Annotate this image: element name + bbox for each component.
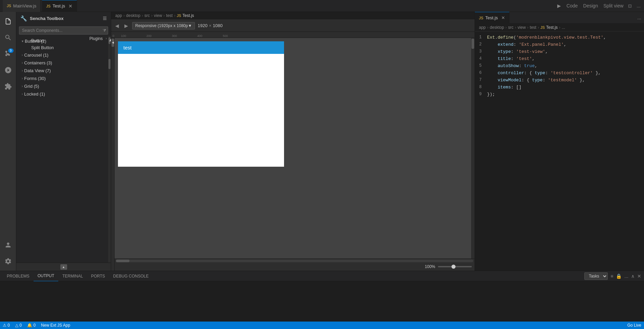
search-icon[interactable] — [1, 31, 15, 44]
warning-icon: △ — [15, 323, 18, 328]
sidebar-scroll-down-btn[interactable]: ▲ — [60, 264, 67, 270]
design-button[interactable]: Design — [583, 2, 599, 9]
more-actions-button[interactable]: ... — [636, 2, 641, 9]
breadcrumb-src: src — [144, 13, 150, 18]
files-icon[interactable] — [1, 15, 15, 28]
tab-test[interactable]: JS Test.js ✕ — [42, 0, 77, 12]
preview-next-btn[interactable]: ▶ — [123, 22, 129, 29]
right-bc-desktop: desktop — [490, 25, 504, 30]
bottom-list-icon[interactable]: ≡ — [610, 273, 613, 279]
tree-item-split-button[interactable]: Split Button — [16, 44, 108, 51]
run-debug-icon[interactable] — [1, 63, 15, 77]
code-line-9: 9 }); — [475, 91, 644, 98]
account-icon[interactable] — [1, 238, 15, 252]
tab-output-label: OUTPUT — [38, 273, 54, 278]
status-bar: ⚠ 0 △ 0 🔔 0 New Ext JS App Go Live — [0, 322, 644, 329]
tree-group-dataview[interactable]: › Data View (7) — [16, 67, 108, 75]
right-bc-sep4: › — [527, 25, 528, 30]
chevron-locked: › — [22, 92, 23, 96]
preview-hscroll-thumb[interactable] — [116, 260, 129, 262]
tab-terminal[interactable]: TERMINAL — [58, 271, 87, 281]
bottom-more-icon[interactable]: ... — [624, 273, 628, 279]
zoom-slider[interactable] — [438, 266, 472, 267]
tree-group-grid[interactable]: › Grid (5) — [16, 82, 108, 90]
tab-ports[interactable]: PORTS — [87, 271, 109, 281]
tree-group-carousel[interactable]: › Carousel (1) — [16, 51, 108, 59]
source-control-icon[interactable]: 9 — [1, 47, 15, 61]
info-icon: 🔔 — [27, 323, 32, 328]
breadcrumb-sep3: › — [151, 13, 153, 18]
warning-count: 0 — [19, 323, 22, 328]
breadcrumb-test: test — [166, 13, 173, 18]
toolbox-sidebar: 🔧 Sencha Toolbox ☰ ⧩ ▾ Buttons (2) Plugi… — [16, 12, 111, 271]
responsive-selector[interactable]: Responsive (1920px x 1080p▼ — [132, 22, 195, 29]
tree-group-grid-label: Grid (5) — [24, 84, 39, 89]
ruler-mark-1: 100 — [121, 34, 126, 38]
status-go-live[interactable]: Go Live — [627, 323, 641, 328]
tab-output[interactable]: OUTPUT — [34, 271, 58, 281]
preview-width: 1920 — [198, 23, 207, 28]
bottom-collapse-icon[interactable]: ∧ — [631, 273, 635, 279]
split-view-button[interactable]: Split view — [603, 2, 624, 9]
breadcrumb-sep5: › — [174, 13, 175, 18]
layout-icon[interactable]: ⊡ — [628, 3, 632, 8]
tree-item-split-button-label: Split Button — [31, 45, 54, 50]
breadcrumb-filename: Test.js — [182, 13, 194, 18]
preview-panel-header: test — [118, 41, 284, 54]
preview-height: 1080 — [213, 23, 223, 28]
zoom-slider-thumb[interactable] — [451, 265, 456, 269]
right-editor: JS Test.js ✕ ... app › desktop › src › v… — [475, 12, 644, 271]
error-count: 0 — [7, 323, 10, 328]
line-content-1: Ext.define('modrenblankpivot.view.test.T… — [487, 34, 606, 41]
tab-terminal-label: TERMINAL — [62, 274, 83, 279]
ruler-mark-2: 200 — [146, 34, 152, 38]
zoom-slider-container — [438, 266, 472, 267]
tab-problems[interactable]: PROBLEMS — [3, 271, 34, 281]
line-num-4: 4 — [476, 56, 487, 63]
tree-group-carousel-label: Carousel (1) — [24, 53, 48, 58]
toolbox-menu-icon[interactable]: ☰ — [103, 16, 107, 21]
sidebar-scroll-up[interactable]: ▲ — [108, 37, 110, 44]
run-button[interactable]: ▶ — [557, 2, 562, 9]
line-content-3: xtype: 'test-view', — [487, 48, 548, 56]
status-new-app[interactable]: New Ext JS App — [41, 323, 70, 328]
tree-group-forms[interactable]: › Forms (30) — [16, 75, 108, 82]
line-num-9: 9 — [476, 91, 487, 98]
tab-test-close[interactable]: ✕ — [68, 3, 73, 9]
plugins-chevron: › — [106, 37, 107, 40]
plugins-label[interactable]: Plugins — [89, 36, 103, 41]
right-tab-close[interactable]: ✕ — [501, 15, 505, 20]
tab-debug-console[interactable]: DEBUG CONSOLE — [109, 271, 153, 281]
tree-group-containers[interactable]: › Containers (3) — [16, 59, 108, 67]
right-bc-sep6: › — [559, 25, 560, 30]
preview-prev-btn[interactable]: ◀ — [114, 22, 120, 29]
zoom-percent-label: 100% — [425, 264, 435, 269]
right-more-icon[interactable]: ... — [637, 15, 641, 20]
tasks-select[interactable]: Tasks — [584, 272, 608, 280]
preview-vscroll[interactable] — [471, 38, 475, 259]
tree-group-forms-label: Forms (30) — [24, 76, 46, 81]
tree-group-locked[interactable]: › Locked (1) — [16, 90, 108, 98]
tab-problems-label: PROBLEMS — [7, 274, 29, 279]
right-bc-sep3: › — [515, 25, 516, 30]
bottom-panel: PROBLEMS OUTPUT TERMINAL PORTS DEBUG CON… — [0, 271, 644, 322]
search-input[interactable] — [19, 26, 108, 35]
bottom-tab-right: Tasks ≡ 🔒 ... ∧ ✕ — [584, 272, 641, 280]
zoom-footer: 100% — [115, 263, 475, 271]
extensions-icon[interactable] — [1, 80, 15, 93]
bottom-close-icon[interactable]: ✕ — [637, 273, 641, 279]
preview-collapse-btn[interactable]: ◀ — [112, 39, 114, 47]
right-bc-sep2: › — [505, 25, 507, 30]
code-line-8: 8 items: [] — [475, 84, 644, 91]
right-tab-test[interactable]: JS Test.js ✕ — [475, 12, 509, 24]
right-bc-filename: Test.js — [546, 25, 558, 30]
tab-mainview-label: MainView.js — [13, 3, 36, 8]
preview-vscroll-thumb[interactable] — [471, 39, 474, 49]
sidebar-scrollbar[interactable]: ▲ — [108, 36, 111, 263]
bottom-lock-icon[interactable]: 🔒 — [616, 273, 622, 279]
settings-icon[interactable] — [1, 254, 15, 268]
sidebar-scroll-thumb[interactable] — [108, 59, 110, 69]
preview-hscroll[interactable] — [115, 259, 475, 263]
tab-mainview[interactable]: JS MainView.js — [3, 0, 41, 12]
code-button[interactable]: Code — [566, 2, 578, 9]
